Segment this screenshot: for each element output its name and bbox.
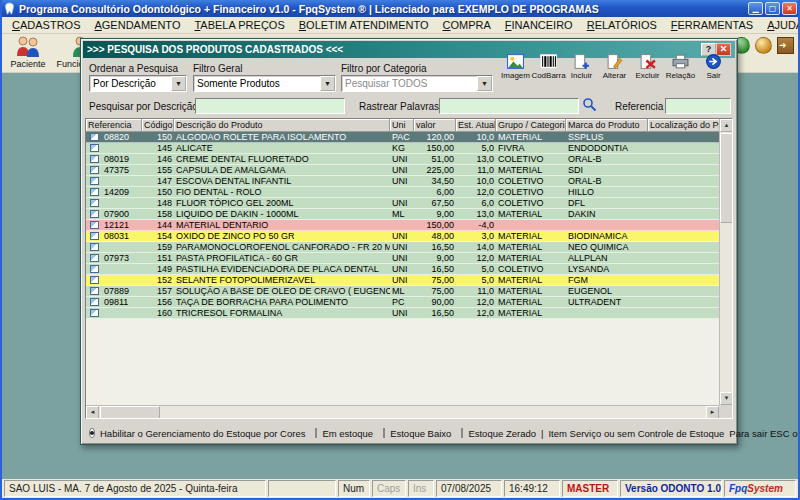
table-row[interactable]: 07900 158 LIQUIDO DE DAKIN - 1000ML ML 9… — [86, 209, 723, 220]
scroll-left-button[interactable]: ◄ — [86, 406, 99, 419]
menu-tabela-pre-os[interactable]: TABELA PREÇOS — [187, 18, 291, 32]
cell-referencia: 12121 — [102, 220, 142, 230]
menu-ajuda[interactable]: AJUDA — [760, 18, 800, 32]
table-row[interactable]: 47375 155 CAPSULA DE AMALGAMA UNI 225,00… — [86, 165, 723, 176]
scroll-down-button[interactable]: ▼ — [720, 392, 733, 405]
table-row[interactable]: 07889 157 SOLUÇÃO A BASE DE OLEO DE CRAV… — [86, 286, 723, 297]
pesquisar-descricao-input[interactable] — [195, 98, 345, 114]
cell-uni — [390, 187, 414, 197]
table-row[interactable]: 08820 150 ALGODAO ROLETE PARA ISOLAMENTO… — [86, 132, 723, 143]
codbarra-button[interactable]: CodBarra — [533, 54, 564, 80]
rastrear-palavras-input[interactable] — [439, 98, 579, 114]
cell-grupo: MATERIAL — [496, 297, 566, 307]
col-header-grupo[interactable]: Grupo / Categoria — [496, 119, 566, 132]
v-scroll-thumb[interactable] — [720, 133, 733, 223]
chevron-down-icon[interactable]: ▼ — [320, 76, 335, 91]
col-header-marca[interactable]: Marca do Produto — [566, 119, 648, 132]
cell-codigo: 158 — [142, 209, 174, 219]
ordenar-select[interactable]: Por Descrição ▼ — [89, 75, 187, 92]
cell-codigo: 155 — [142, 165, 174, 175]
exit-hint-label: Para sair ESC ou botão SAIR — [729, 428, 800, 439]
cell-marca: BIODINAMICA — [566, 231, 648, 241]
close-button[interactable]: ✕ — [782, 2, 797, 15]
cell-valor: 150,00 — [414, 220, 456, 230]
cell-descricao: MATERIAL DENTARIO — [174, 220, 390, 230]
cell-grupo: MATERIAL — [496, 286, 566, 296]
col-header-descricao[interactable]: Descrição do Produto — [174, 119, 390, 132]
table-row[interactable]: 160 TRICRESOL FORMALINA UNI 16,50 12,0 M… — [86, 308, 723, 319]
cell-referencia: 07900 — [102, 209, 142, 219]
cell-marca: SDI — [566, 165, 648, 175]
incluir-button[interactable]: Incluir — [566, 54, 597, 80]
cell-marca: SSPLUS — [566, 132, 648, 142]
table-row[interactable]: 159 PARAMONOCLOROFENOL CANFORADO - FR 20… — [86, 242, 723, 253]
minimize-button[interactable]: ▁ — [748, 2, 763, 15]
application-window: Programa Consultório Odontológico + Fina… — [0, 0, 800, 500]
imagem-button[interactable]: Imagem — [500, 54, 531, 80]
referencia-input[interactable] — [665, 98, 731, 114]
cell-referencia — [102, 176, 142, 186]
scrollbar-corner — [719, 405, 732, 418]
stock-color-toggle-radio[interactable] — [89, 428, 95, 438]
cell-descricao: CAPSULA DE AMALGAMA — [174, 165, 390, 175]
col-header-est-atual[interactable]: Est. Atual — [456, 119, 496, 132]
table-row[interactable]: 152 SELANTE FOTOPOLIMERIZAVEL UNI 75,00 … — [86, 275, 723, 286]
cell-valor: 75,00 — [414, 286, 456, 296]
col-header-referencia[interactable]: Referencia — [86, 119, 142, 132]
filtro-categoria-select[interactable]: Pesquisar TODOS ▼ — [341, 75, 493, 92]
table-row[interactable]: 08019 146 CREME DENTAL FLUORETADO UNI 51… — [86, 154, 723, 165]
table-row[interactable]: 147 ESCOVA DENTAL INFANTIL UNI 34,50 10,… — [86, 176, 723, 187]
vertical-scrollbar[interactable]: ▲ ▼ — [719, 119, 732, 405]
cell-referencia — [102, 308, 142, 318]
cell-localizacao — [648, 143, 723, 153]
cell-valor: 225,00 — [414, 165, 456, 175]
chevron-down-icon[interactable]: ▼ — [477, 76, 492, 91]
table-row[interactable]: 07973 151 PASTA PROFILATICA - 60 GR UNI … — [86, 253, 723, 264]
col-header-localizacao[interactable]: Localização do Produto — [648, 119, 723, 132]
table-row[interactable]: 148 FLUOR TÓPICO GEL 200ML UNI 67,50 6,0… — [86, 198, 723, 209]
people-icon — [15, 36, 41, 58]
cell-grupo: MATERIAL — [496, 242, 566, 252]
col-header-valor[interactable]: valor — [414, 119, 456, 132]
menu-ferramentas[interactable]: FERRAMENTAS — [664, 18, 760, 32]
table-row[interactable]: 149 PASTILHA EVIDENCIADORA DE PLACA DENT… — [86, 264, 723, 275]
row-image-cell — [86, 154, 102, 164]
search-button[interactable] — [581, 97, 598, 113]
relacao-button[interactable]: Relação — [665, 54, 696, 80]
table-row[interactable]: 145 ALICATE KG 150,00 5,0 FIVRA ENDODONT… — [86, 143, 723, 154]
menu-boletim-atendimento[interactable]: BOLETIM ATENDIMENTO — [292, 18, 436, 32]
menu-agendamento[interactable]: AGENDAMENTO — [87, 18, 187, 32]
table-row[interactable]: 14209 150 FIO DENTAL - ROLO 6,00 12,0 CO… — [86, 187, 723, 198]
cell-grupo: COLETIVO — [496, 176, 566, 186]
exit-toolbar-button[interactable] — [777, 37, 794, 54]
menu-financeiro[interactable]: FINANCEIRO — [498, 18, 580, 32]
cell-localizacao — [648, 231, 723, 241]
excluir-button[interactable]: Excluir — [632, 54, 663, 80]
col-header-codigo[interactable]: Código — [142, 119, 174, 132]
coins-toolbar-button[interactable] — [755, 37, 772, 54]
cell-localizacao — [648, 297, 723, 307]
menu-compra[interactable]: COMPRA — [436, 18, 498, 32]
patients-toolbar-button[interactable]: Paciente — [2, 34, 54, 71]
cell-est-atual: 12,0 — [456, 297, 496, 307]
table-row[interactable]: 08031 154 OXIDO DE ZINCO PO 50 GR UNI 48… — [86, 231, 723, 242]
table-row[interactable]: 09811 156 TAÇA DE BORRACHA PARA POLIMENT… — [86, 297, 723, 308]
table-row[interactable]: 12121 144 MATERIAL DENTARIO 150,00 -4,0 — [86, 220, 723, 231]
scroll-up-button[interactable]: ▲ — [720, 119, 733, 132]
cell-uni: ML — [390, 286, 414, 296]
h-scroll-thumb[interactable] — [100, 406, 160, 419]
cell-grupo: COLETIVO — [496, 264, 566, 274]
menu-relat-rios[interactable]: RELATÓRIOS — [580, 18, 664, 32]
maximize-button[interactable]: ▢ — [765, 2, 780, 15]
cell-localizacao — [648, 220, 723, 230]
scroll-right-button[interactable]: ► — [706, 406, 719, 419]
filtro-geral-select[interactable]: Somente Produtos ▼ — [193, 75, 336, 92]
alterar-button[interactable]: Alterar — [599, 54, 630, 80]
col-header-uni[interactable]: Uni — [390, 119, 414, 132]
menu-cadastros[interactable]: CADASTROS — [5, 18, 87, 32]
row-image-cell — [86, 187, 102, 197]
chevron-down-icon[interactable]: ▼ — [171, 76, 186, 91]
sair-button[interactable]: Sair — [698, 54, 729, 80]
horizontal-scrollbar[interactable]: ◄ ► — [86, 405, 719, 418]
cell-marca — [566, 220, 648, 230]
